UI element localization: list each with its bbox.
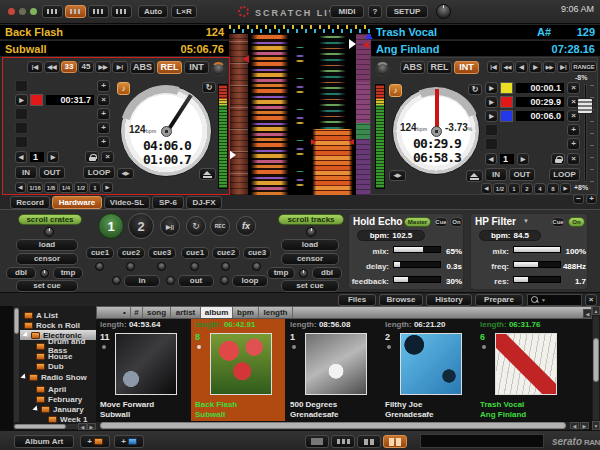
grid-scroll-right-arrow[interactable]: ▶	[580, 422, 589, 429]
deck-b-cue-5-slot[interactable]	[485, 138, 498, 150]
deck-b-cue3-button[interactable]: cue3	[243, 247, 271, 259]
search-input[interactable]: ▼	[527, 294, 582, 306]
deck-b-loop-prev-button[interactable]: ◀	[485, 153, 497, 165]
deck-a-loop-next-button[interactable]: ▶	[47, 151, 59, 163]
deck-b-cue-5-add-button[interactable]: +	[567, 138, 580, 150]
deck-b-gain-knob[interactable]	[375, 62, 390, 77]
deck-b-ffwd-button[interactable]: ▶▶	[543, 61, 556, 73]
cue1-b-knob[interactable]	[190, 262, 199, 271]
deck-a-cue-2-color[interactable]	[30, 94, 43, 106]
deck-b-frac-4-button[interactable]: 4	[534, 183, 546, 194]
deck-a-abs-mode-button[interactable]: ABS	[130, 61, 155, 74]
deck-a-set-cue-button[interactable]: set cue	[16, 280, 78, 292]
view-mode-horizontal-button[interactable]	[42, 5, 63, 18]
deck-2-indicator[interactable]: 2	[128, 213, 154, 239]
deck-b-dbl-tmp-knob[interactable]	[299, 269, 308, 278]
tab-sp-6[interactable]: SP-6	[152, 196, 184, 209]
crate-radio-show[interactable]: Radio Show	[22, 372, 87, 382]
deck-b-set-cue-button[interactable]: set cue	[281, 280, 339, 292]
deck-a-cue-4-add-button[interactable]: +	[97, 122, 110, 134]
fx-param-slider[interactable]	[393, 261, 441, 268]
master-gain-knob[interactable]	[436, 4, 451, 19]
grid-vscroll-handle[interactable]	[593, 338, 599, 382]
setup-button[interactable]: SETUP	[386, 5, 428, 18]
deck-b-tmp-button[interactable]: tmp	[267, 267, 295, 279]
header-scroll-arrow[interactable]: ◀	[583, 309, 592, 318]
deck-a-repeat-button[interactable]: ↻	[202, 82, 216, 93]
deck-b-cue1-button[interactable]: cue1	[181, 247, 209, 259]
deck-a-pitch-nudge-button[interactable]: ◀▶	[117, 168, 134, 179]
deck-a-rel-mode-button[interactable]: REL	[157, 61, 182, 74]
deck-b-cue-4-add-button[interactable]: +	[567, 124, 580, 136]
fx-on-button[interactable]: On	[450, 217, 463, 227]
deck-a-cue2-button[interactable]: cue2	[117, 247, 145, 259]
auto-button[interactable]: Auto	[138, 5, 168, 18]
deck-b-cue-2-color[interactable]	[500, 96, 513, 108]
deck-a-gain-knob[interactable]	[211, 62, 226, 77]
deck-b-frac-8-button[interactable]: 8	[547, 183, 559, 194]
help-button[interactable]: ?	[368, 5, 382, 18]
deck-a-cue-1-add-button[interactable]: +	[97, 80, 110, 92]
album-art-button[interactable]: Album Art	[14, 435, 74, 448]
crate-april[interactable]: April	[36, 384, 66, 394]
list-view-button[interactable]	[305, 435, 329, 448]
view-mode-stack-button[interactable]	[88, 5, 109, 18]
deck-a-ffwd-button[interactable]: ▶▶	[95, 61, 111, 73]
album-art-thumbnail[interactable]	[210, 333, 272, 395]
loop-knob[interactable]	[220, 276, 229, 285]
search-dropdown-icon[interactable]: ▼	[541, 297, 546, 303]
deck-b-skip-start-button[interactable]: |◀	[487, 61, 500, 73]
column-length[interactable]: length	[259, 307, 293, 318]
album-cell[interactable]: bpm: 174 length: 08:56.08 1 500 Degrees …	[286, 312, 380, 430]
column-view-button[interactable]	[331, 435, 355, 448]
deck-b-cue-3-play-button[interactable]: ▶	[485, 110, 498, 122]
crate-february[interactable]: February	[36, 394, 82, 404]
fx-param-slider[interactable]	[393, 276, 441, 283]
history-button[interactable]: History	[426, 294, 472, 306]
cue1-a-knob[interactable]	[95, 262, 104, 271]
crates-scrollbar-handle[interactable]	[14, 308, 19, 334]
deck-1-indicator[interactable]: 1	[98, 213, 124, 239]
deck-b-cue-2-play-button[interactable]: ▶	[485, 96, 498, 108]
deck-a-loop-lock-button[interactable]	[85, 151, 99, 163]
album-cell-selected[interactable]: bpm: 124 length: 06:42.91 8 Back Flash S…	[191, 306, 285, 430]
deck-b-loop-clear-button[interactable]: ×	[567, 153, 580, 165]
deck-a-dbl-tmp-knob[interactable]	[40, 269, 49, 278]
fx-cue-button[interactable]: Cue	[551, 217, 565, 227]
cue2-b-knob[interactable]	[221, 262, 230, 271]
deck-b-pitch-range-button[interactable]: RANGE	[571, 61, 597, 72]
small-art-view-button[interactable]	[357, 435, 381, 448]
prepare-button[interactable]: Prepare	[475, 294, 523, 306]
deck-a-speed-33-button[interactable]: 33	[61, 61, 77, 73]
deck-b-censor-button[interactable]: censor	[281, 253, 339, 265]
cue3-a-knob[interactable]	[157, 262, 166, 271]
deck-a-frac-116-button[interactable]: 1/16	[27, 182, 43, 193]
view-mode-library-button[interactable]	[111, 5, 132, 18]
deck-b-rewind-button[interactable]: ◀◀	[501, 61, 514, 73]
deck-a-virtual-platter[interactable]: 124bpm 04:06.0 01:00.7	[120, 85, 212, 177]
deck-b-repeat-button[interactable]: ↻	[468, 84, 482, 95]
tab-hardware[interactable]: Hardware	[52, 196, 102, 209]
deck-b-back-button[interactable]: ◀	[515, 61, 528, 73]
deck-b-pitch-slider-handle[interactable]	[577, 98, 593, 114]
crate-dub[interactable]: Dub	[36, 361, 64, 371]
fx-cue-button[interactable]: Cue	[434, 217, 448, 227]
view-mode-vertical-button[interactable]	[65, 5, 86, 18]
lr-swap-button[interactable]: L×R	[171, 5, 197, 18]
deck-a-cue-5-add-button[interactable]: +	[97, 136, 110, 148]
fx-bpm-pill[interactable]: bpm:102.5	[357, 230, 425, 241]
deck-b-cue-1-color[interactable]	[500, 82, 513, 94]
scroll-tracks-knob[interactable]	[306, 227, 316, 237]
loop-circle-button[interactable]: ↻	[186, 216, 206, 236]
deck-b-loop-in-button[interactable]: IN	[485, 168, 507, 181]
deck-b-frac-12-button[interactable]: 1/2	[493, 183, 507, 194]
grid-hscroll-handle[interactable]	[100, 422, 566, 429]
deck-b-abs-mode-button[interactable]: ABS	[400, 61, 425, 74]
crate-january[interactable]: January	[34, 404, 84, 414]
window-close-button[interactable]	[8, 8, 15, 15]
deck-b-load-button[interactable]: load	[281, 239, 339, 251]
deck-a-frac-left-button[interactable]: ◀	[15, 182, 26, 193]
deck-b-dbl-button[interactable]: dbl	[312, 267, 342, 279]
expand-arrow-icon[interactable]	[20, 373, 27, 380]
cue2-a-knob[interactable]	[126, 262, 135, 271]
